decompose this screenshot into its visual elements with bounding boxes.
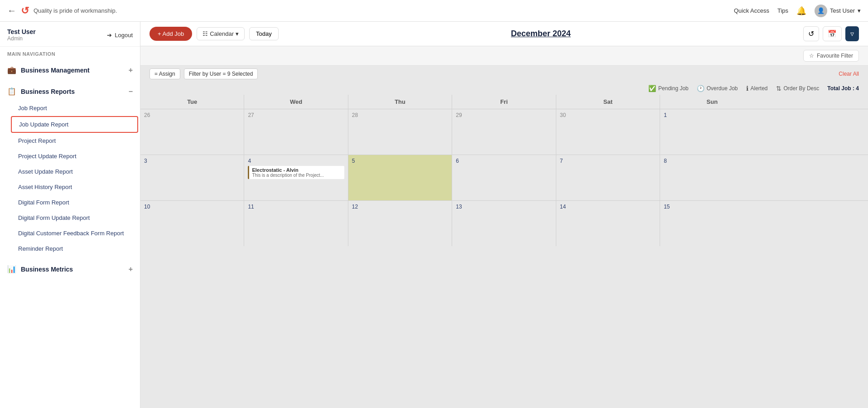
refresh-button[interactable]: ↺ xyxy=(803,26,819,41)
expand-business-metrics-icon: + xyxy=(129,265,133,273)
alerted-status: ℹ Alerted xyxy=(746,85,768,92)
overdue-job-icon: 🕐 xyxy=(697,85,704,92)
nav-section-business-reports: 📋 Business Reports − Job Report Job Upda… xyxy=(0,81,140,258)
event-description: This is a description of the Project... xyxy=(252,173,341,178)
nav-left: ← ↺ Quality is pride of workmanship. xyxy=(7,5,117,17)
day-number: 30 xyxy=(560,112,656,118)
calendar-cell-10[interactable]: 10 xyxy=(140,201,244,246)
sidebar-item-reminder-report[interactable]: Reminder Report xyxy=(11,241,138,256)
calendar-chevron-icon: ▾ xyxy=(236,30,239,37)
sidebar-item-business-metrics[interactable]: 📊 Business Metrics + xyxy=(0,260,140,278)
day-number: 12 xyxy=(352,204,448,210)
calendar-cell-14[interactable]: 14 xyxy=(556,201,660,246)
sidebar-item-digital-form-report[interactable]: Digital Form Report xyxy=(11,195,138,210)
day-number: 3 xyxy=(144,158,240,164)
filter-user-tag[interactable]: Filter by User = 9 Selected xyxy=(184,68,258,79)
date-picker-button[interactable]: 📅 xyxy=(823,26,842,41)
filter-button[interactable]: ▿ xyxy=(845,26,859,41)
calendar-cell-26[interactable]: 26 xyxy=(140,109,244,155)
project-update-report-label: Project Update Report xyxy=(18,153,77,160)
overdue-job-status: 🕐 Overdue Job xyxy=(697,85,738,92)
sidebar-item-project-update-report[interactable]: Project Update Report xyxy=(11,149,138,164)
main-layout: Test User Admin ➔ Logout MAIN NAVIGATION… xyxy=(0,22,868,408)
day-number: 6 xyxy=(456,158,552,164)
calendar-cell-30[interactable]: 30 xyxy=(556,109,660,155)
back-button[interactable]: ← xyxy=(7,5,16,16)
content-area: + Add Job ☷ Calendar ▾ Today December 20… xyxy=(140,22,868,408)
calendar-cell-29[interactable]: 29 xyxy=(452,109,556,155)
favourite-filter-label: Favourite Filter xyxy=(817,53,853,59)
star-icon: ☆ xyxy=(809,53,814,59)
tips-link[interactable]: Tips xyxy=(777,7,788,14)
pending-job-label: Pending Job xyxy=(658,85,689,92)
calendar-cell-28[interactable]: 28 xyxy=(348,109,452,155)
avatar: 👤 xyxy=(815,5,827,17)
event-item[interactable]: Electrostatic - Alvin This is a descript… xyxy=(248,166,344,179)
sidebar: Test User Admin ➔ Logout MAIN NAVIGATION… xyxy=(0,22,140,408)
sidebar-item-digital-customer-feedback-form-report[interactable]: Digital Customer Feedback Form Report xyxy=(11,226,138,241)
logout-icon: ➔ xyxy=(107,32,112,39)
day-number: 27 xyxy=(248,112,344,118)
day-number: 29 xyxy=(456,112,552,118)
business-reports-subitems: Job Report Job Update Report Project Rep… xyxy=(0,101,140,256)
day-header-tue: Tue xyxy=(140,95,244,109)
calendar-cell-4[interactable]: 4 Electrostatic - Alvin This is a descri… xyxy=(244,155,348,200)
header-right-actions: ↺ 📅 ▿ xyxy=(803,26,859,41)
calendar-grid: Tue Wed Thu Fri Sat Sun 26 27 28 xyxy=(140,95,868,408)
add-job-button[interactable]: + Add Job xyxy=(149,27,192,41)
calendar-dropdown[interactable]: ☷ Calendar ▾ xyxy=(197,27,245,40)
nav-section-label: MAIN NAVIGATION xyxy=(0,47,140,59)
calendar-week-2: 3 4 Electrostatic - Alvin This is a desc… xyxy=(140,155,868,200)
quick-access-link[interactable]: Quick Access xyxy=(734,7,769,14)
day-number: 10 xyxy=(144,204,240,210)
sidebar-item-business-reports[interactable]: 📋 Business Reports − xyxy=(0,83,140,100)
calendar-cell-7[interactable]: 7 xyxy=(556,155,660,200)
sidebar-username: Test User xyxy=(7,28,36,35)
calendar-cell-11[interactable]: 11 xyxy=(244,201,348,246)
calendar-cell-3[interactable]: 3 xyxy=(140,155,244,200)
sidebar-item-asset-history-report[interactable]: Asset History Report xyxy=(11,180,138,194)
day-number: 4 xyxy=(248,158,344,164)
order-by-status: ⇅ Order By Desc xyxy=(776,85,820,92)
clear-all-button[interactable]: Clear All xyxy=(839,71,859,77)
user-chevron-icon: ▾ xyxy=(858,7,861,14)
reminder-report-label: Reminder Report xyxy=(18,245,63,252)
day-header-wed: Wed xyxy=(244,95,348,109)
active-filters-bar: = Assign Filter by User = 9 Selected Cle… xyxy=(140,66,868,82)
sidebar-item-job-report[interactable]: Job Report xyxy=(11,101,138,116)
calendar-cell-15[interactable]: 15 xyxy=(660,201,764,246)
user-menu[interactable]: 👤 Test User ▾ xyxy=(815,5,861,17)
day-header-sun: Sun xyxy=(660,95,764,109)
calendar-cell-12[interactable]: 12 xyxy=(348,201,452,246)
calendar-cell-5-today[interactable]: 5 xyxy=(348,155,452,200)
sidebar-item-business-management[interactable]: 💼 Business Management + xyxy=(0,61,140,79)
logout-label: Logout xyxy=(115,32,133,39)
job-update-report-label: Job Update Report xyxy=(19,121,68,128)
calendar-cell-8[interactable]: 8 xyxy=(660,155,764,200)
sidebar-item-digital-form-update-report[interactable]: Digital Form Update Report xyxy=(11,210,138,225)
favourite-filter-button[interactable]: ☆ Favourite Filter xyxy=(803,50,859,62)
assign-filter-tag[interactable]: = Assign xyxy=(149,68,180,79)
calendar-week-3: 10 11 12 13 14 15 xyxy=(140,200,868,246)
sidebar-item-asset-update-report[interactable]: Asset Update Report xyxy=(11,164,138,179)
reports-icon: 📋 xyxy=(7,87,16,96)
today-button[interactable]: Today xyxy=(249,27,279,40)
sidebar-item-job-update-report[interactable]: Job Update Report xyxy=(11,116,138,133)
calendar-cell-13[interactable]: 13 xyxy=(452,201,556,246)
notification-button[interactable]: 🔔 xyxy=(796,6,806,16)
calendar-cell-6[interactable]: 6 xyxy=(452,155,556,200)
digital-customer-feedback-form-report-label: Digital Customer Feedback Form Report xyxy=(18,230,124,237)
nav-right: Quick Access Tips 🔔 👤 Test User ▾ xyxy=(734,5,861,17)
business-reports-label: Business Reports xyxy=(21,88,75,95)
business-management-label: Business Management xyxy=(21,67,90,74)
calendar-cell-27[interactable]: 27 xyxy=(244,109,348,155)
sidebar-user-section: Test User Admin ➔ Logout xyxy=(0,22,140,47)
sidebar-item-project-report[interactable]: Project Report xyxy=(11,133,138,148)
pending-job-status: ✅ Pending Job xyxy=(648,85,689,92)
logout-button[interactable]: ➔ Logout xyxy=(107,32,133,39)
calendar-cell-1[interactable]: 1 xyxy=(660,109,764,155)
order-by-label: Order By Desc xyxy=(784,85,820,92)
app-logo-icon: ↺ xyxy=(21,5,29,17)
day-number: 28 xyxy=(352,112,448,118)
alerted-icon: ℹ xyxy=(746,85,748,92)
